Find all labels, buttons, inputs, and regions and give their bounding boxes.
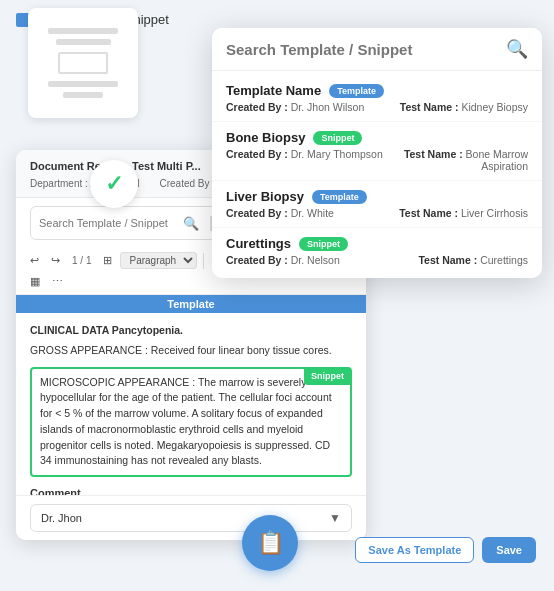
save-button[interactable]: Save — [482, 537, 536, 563]
logo-icon: 📋 — [257, 530, 284, 556]
result-item-2[interactable]: Liver Biopsy Template Created By : Dr. W… — [212, 181, 542, 228]
doctor-select[interactable]: Dr. Jhon ▼ — [30, 504, 352, 532]
editor-search-input[interactable] — [39, 217, 177, 229]
result-created-2: Created By : Dr. White — [226, 207, 334, 219]
preview-line-4 — [63, 92, 103, 98]
preview-box — [58, 52, 108, 74]
check-mark-icon: ✓ — [105, 171, 123, 197]
preview-line-2 — [56, 39, 111, 45]
result-name-0: Template Name — [226, 83, 321, 98]
result-item-0[interactable]: Template Name Template Created By : Dr. … — [212, 75, 542, 122]
search-results: Template Name Template Created By : Dr. … — [212, 71, 542, 278]
chevron-down-icon: ▼ — [329, 511, 341, 525]
result-name-1: Bone Biopsy — [226, 130, 305, 145]
result-created-1: Created By : Dr. Mary Thompson — [226, 148, 383, 160]
snippet-text: MICROSCOPIC APPEARANCE : The marrow is s… — [40, 375, 342, 470]
result-tag-0: Template — [329, 84, 384, 98]
result-test-3: Test Name : Curettings — [418, 254, 528, 266]
result-item-1[interactable]: Bone Biopsy Snippet Created By : Dr. Mar… — [212, 122, 542, 181]
more-button[interactable]: ⋯ — [48, 273, 67, 290]
result-tag-2: Template — [312, 190, 367, 204]
search-main-input[interactable] — [226, 41, 506, 58]
table-button[interactable]: ▦ — [26, 273, 44, 290]
editor-bottom-bar: Dr. Jhon ▼ — [16, 495, 366, 540]
preview-line-3 — [48, 81, 118, 87]
result-tag-1: Snippet — [313, 131, 362, 145]
format-icon: ⊞ — [99, 252, 116, 269]
result-item-3[interactable]: Curettings Snippet Created By : Dr. Nels… — [212, 228, 542, 274]
logo-badge: 📋 — [242, 515, 298, 571]
search-main-icon: 🔍 — [506, 38, 528, 60]
template-preview-card — [28, 8, 138, 118]
result-test-2: Test Name : Liver Cirrhosis — [399, 207, 528, 219]
toolbar-divider-1 — [203, 253, 204, 269]
result-test-0: Test Name : Kidney Biopsy — [400, 101, 528, 113]
content-heading: CLINICAL DATA Pancytopenia. — [30, 323, 352, 339]
result-name-2: Liver Biopsy — [226, 189, 304, 204]
content-para1: GROSS APPEARANCE : Received four linear … — [30, 343, 352, 359]
result-name-3: Curettings — [226, 236, 291, 251]
success-check-circle: ✓ — [90, 160, 138, 208]
save-as-template-button[interactable]: Save As Template — [355, 537, 474, 563]
page-count: 1 / 1 — [68, 253, 95, 268]
search-icon: 🔍 — [183, 216, 199, 231]
snippet-box: Snippet MICROSCOPIC APPEARANCE : The mar… — [30, 367, 352, 478]
result-test-1: Test Name : Bone Marrow Aspiration — [388, 148, 528, 172]
bottom-actions: Save As Template Save — [355, 537, 536, 563]
result-tag-3: Snippet — [299, 237, 348, 251]
search-bar-main[interactable]: 🔍 — [212, 28, 542, 71]
preview-line-1 — [48, 28, 118, 34]
snippet-tag: Snippet — [304, 368, 351, 386]
format-select[interactable]: Paragraph — [120, 252, 197, 269]
doctor-name: Dr. Jhon — [41, 512, 82, 524]
editor-content: CLINICAL DATA Pancytopenia. GROSS APPEAR… — [16, 313, 366, 512]
search-dropdown: 🔍 Template Name Template Created By : Dr… — [212, 28, 542, 278]
redo-button[interactable]: ↪ — [47, 252, 64, 269]
result-created-3: Created By : Dr. Nelson — [226, 254, 340, 266]
undo-button[interactable]: ↩ — [26, 252, 43, 269]
template-strip: Template — [16, 295, 366, 313]
result-created-0: Created By : Dr. Jhon Wilson — [226, 101, 364, 113]
